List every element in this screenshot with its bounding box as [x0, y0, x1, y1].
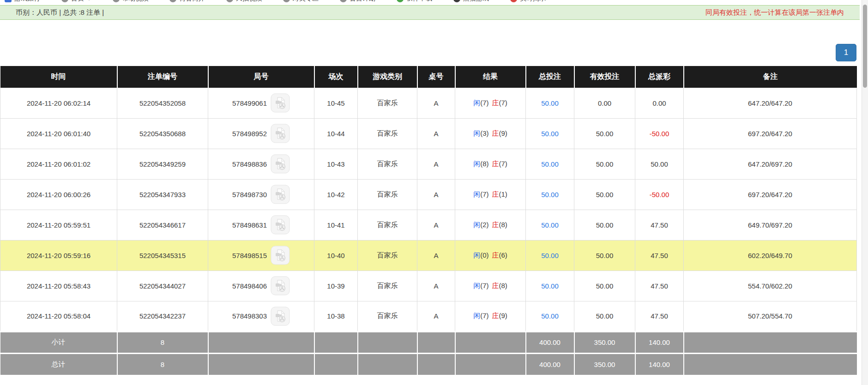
- cell-result: 闲(8)庄(7): [455, 149, 526, 179]
- cell-bet-number: 522054342237: [117, 301, 208, 331]
- vertical-scrollbar[interactable]: [862, 0, 868, 385]
- menu-item-4[interactable]: 荷官简介: [169, 0, 205, 3]
- cell-bet-number: 522054347933: [117, 179, 208, 210]
- video-replay-icon[interactable]: [271, 215, 290, 235]
- cell-total-bet: 50.00: [526, 88, 574, 118]
- menu-item-label: 游戏旅行: [14, 0, 40, 3]
- total-count: 8: [117, 353, 208, 375]
- result-banker-label: 庄: [492, 129, 499, 137]
- menu-item-9[interactable]: 熊猫游戏: [453, 0, 489, 3]
- circle-icon: [340, 0, 347, 2]
- menu-item-label: 熊猫游戏: [463, 0, 489, 3]
- menu-item-label: 荷官简介: [179, 0, 205, 3]
- video-replay-icon[interactable]: [271, 276, 290, 295]
- cell-total-bet: 50.00: [526, 240, 574, 271]
- scrollbar-thumb[interactable]: [863, 5, 867, 88]
- video-replay-icon[interactable]: [271, 185, 290, 204]
- total-bet-link[interactable]: 50.00: [541, 99, 559, 107]
- cell-note: 507.20/554.70: [684, 301, 857, 331]
- result-player-label: 闲: [473, 221, 480, 229]
- menu-item-3[interactable]: 市场视频: [113, 0, 148, 3]
- cell-time: 2024-11-20 05:58:04: [0, 301, 117, 331]
- result-banker-score: (7): [499, 99, 507, 107]
- total-bet-link[interactable]: 50.00: [541, 312, 559, 320]
- top-navigation-bar: 游戏旅行台费▼市场视频荷官简介大抽视频对奖专区合营计划软件下载熊猫游戏实时揭示: [0, 0, 860, 5]
- cell-table-number: A: [417, 271, 455, 301]
- table-row: 2024-11-20 06:01:02 522054349259 5784988…: [0, 149, 857, 179]
- header-round-number: 局号: [208, 66, 314, 88]
- video-replay-icon[interactable]: [271, 246, 290, 265]
- cell-round-number: 578498631: [208, 210, 314, 240]
- cell-note: 554.70/602.20: [684, 271, 857, 301]
- video-replay-icon[interactable]: [271, 307, 290, 326]
- cell-payout: 47.50: [635, 301, 684, 331]
- header-total-payout: 总派彩: [635, 66, 684, 88]
- cell-total-bet: 50.00: [526, 210, 574, 240]
- menu-item-label: 合营计划: [350, 0, 375, 3]
- menu-item-10[interactable]: 实时揭示: [510, 0, 546, 3]
- menu-item-5[interactable]: 大抽视频: [226, 0, 262, 3]
- table-row: 2024-11-20 05:59:51 522054346617 5784986…: [0, 210, 857, 240]
- video-replay-icon[interactable]: [271, 124, 290, 143]
- result-banker-label: 庄: [492, 312, 499, 319]
- cell-game-type: 百家乐: [358, 240, 417, 271]
- result-banker-score: (6): [499, 251, 507, 259]
- cell-round-number: 578499061: [208, 88, 314, 118]
- table-row: 2024-11-20 06:01:40 522054350688 5784989…: [0, 118, 857, 149]
- round-number-text: 578498406: [232, 282, 267, 290]
- subtotal-label: 小计: [0, 331, 117, 353]
- subtotal-payout: 140.00: [635, 331, 684, 353]
- grand-total-row: 总计 8 400.00 350.00 140.00: [0, 353, 857, 375]
- total-label: 总计: [0, 353, 117, 375]
- cell-payout: 47.50: [635, 210, 684, 240]
- close-icon: [510, 0, 517, 2]
- cell-time: 2024-11-20 06:01:02: [0, 149, 117, 179]
- result-banker-score: (1): [499, 190, 507, 198]
- cell-valid-bet: 50.00: [574, 240, 635, 271]
- download-icon: [397, 0, 404, 2]
- cell-time: 2024-11-20 06:02:14: [0, 88, 117, 118]
- result-player-score: (0): [480, 251, 488, 259]
- circle-icon: [169, 0, 176, 2]
- menu-item-6[interactable]: 对奖专区: [283, 0, 319, 3]
- total-bet-link[interactable]: 50.00: [541, 160, 559, 168]
- cell-result: 闲(2)庄(8): [455, 210, 526, 240]
- menu-item-7[interactable]: 合营计划: [340, 0, 375, 3]
- total-bet-link[interactable]: 50.00: [541, 221, 559, 229]
- cell-time: 2024-11-20 06:00:26: [0, 179, 117, 210]
- result-player-label: 闲: [473, 160, 480, 168]
- total-valid-bet: 350.00: [574, 353, 635, 375]
- cell-bet-number: 522054350688: [117, 118, 208, 149]
- total-bet-link[interactable]: 50.00: [541, 252, 559, 259]
- header-note: 备注: [684, 66, 857, 88]
- cell-payout: 47.50: [635, 240, 684, 271]
- menu-item-8[interactable]: 软件下载: [397, 0, 432, 3]
- round-number-text: 578499061: [232, 99, 267, 107]
- table-row: 2024-11-20 06:02:14 522054352058 5784990…: [0, 88, 857, 118]
- pagination-page-1-button[interactable]: 1: [836, 44, 856, 61]
- cell-session: 10-44: [314, 118, 358, 149]
- subtotal-count: 8: [117, 331, 208, 353]
- total-bet-link[interactable]: 50.00: [541, 130, 559, 138]
- cell-result: 闲(0)庄(6): [455, 240, 526, 271]
- cell-note: 697.20/647.20: [684, 118, 857, 149]
- table-row: 2024-11-20 05:59:16 522054345315 5784985…: [0, 240, 857, 271]
- menu-item-2[interactable]: 台费▼: [61, 0, 91, 3]
- total-payout: 140.00: [635, 353, 684, 375]
- total-bet-link[interactable]: 50.00: [541, 191, 559, 199]
- bet-table-body: 2024-11-20 06:02:14 522054352058 5784990…: [0, 88, 857, 331]
- cell-round-number: 578498303: [208, 301, 314, 331]
- cell-session: 10-45: [314, 88, 358, 118]
- result-player-label: 闲: [473, 282, 480, 289]
- video-replay-icon[interactable]: [271, 93, 290, 113]
- circle-icon: [283, 0, 290, 2]
- video-replay-icon[interactable]: [271, 154, 290, 174]
- cell-total-bet: 50.00: [526, 271, 574, 301]
- cell-valid-bet: 50.00: [574, 118, 635, 149]
- menu-item-label: 对奖专区: [293, 0, 319, 3]
- cell-session: 10-40: [314, 240, 358, 271]
- cell-note: 697.20/647.20: [684, 179, 857, 210]
- cell-time: 2024-11-20 05:58:43: [0, 271, 117, 301]
- total-bet-link[interactable]: 50.00: [541, 282, 559, 290]
- menu-item-1[interactable]: 游戏旅行: [5, 0, 40, 3]
